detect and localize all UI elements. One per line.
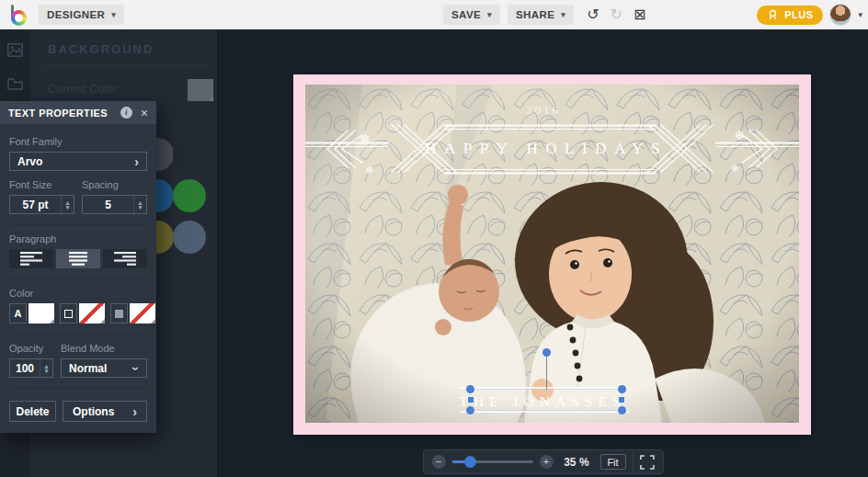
user-avatar[interactable] — [829, 4, 851, 26]
zoombar-divider — [633, 450, 634, 473]
panel-body: Font Family Arvo › Font Size 57 pt ▴ — [0, 124, 156, 433]
save-button[interactable]: SAVE ▾ — [443, 5, 500, 25]
spacing-value: 5 — [83, 199, 133, 211]
resize-handle-bottom-left[interactable] — [466, 406, 474, 415]
zoom-slider-thumb[interactable] — [463, 456, 475, 468]
caret-down-icon: ▾ — [561, 11, 565, 19]
fullscreen-button[interactable] — [640, 455, 655, 470]
resize-handle-top-left[interactable] — [466, 385, 474, 393]
font-size-stepper[interactable]: ▴ ▾ — [61, 196, 74, 213]
palette-color-swatch[interactable] — [173, 138, 206, 171]
font-family-value: Arvo — [17, 155, 42, 168]
font-size-label: Font Size — [9, 179, 74, 190]
designer-app: DESIGNER ▾ SAVE ▾ SHARE ▾ ↺ ↻ ⊠ PLUS — [0, 0, 868, 477]
befunky-logo-icon[interactable] — [7, 3, 31, 27]
share-button[interactable]: SHARE ▾ — [508, 5, 574, 25]
medal-icon — [767, 9, 779, 21]
stepper-down-icon: ▾ — [139, 205, 143, 210]
card-headline-text[interactable]: HAPPY HOLIDAYS — [425, 140, 668, 157]
text-outline-color-control[interactable] — [60, 303, 105, 324]
save-label: SAVE — [451, 9, 481, 20]
panel-title: TEXT PROPERTIES — [8, 108, 120, 119]
undo-icon[interactable]: ↺ — [581, 5, 604, 25]
spacing-stepper[interactable]: ▴ ▾ — [133, 196, 146, 213]
discard-project-icon[interactable]: ⊠ — [628, 5, 651, 25]
share-label: SHARE — [516, 9, 554, 20]
text-properties-panel: TEXT PROPERTIES i × Font Family Arvo › F… — [0, 101, 156, 433]
zoom-percent: 35 % — [559, 456, 593, 469]
palette-color-swatch[interactable] — [173, 179, 206, 212]
text-background-color-control[interactable] — [110, 303, 155, 324]
align-center-icon — [67, 252, 89, 266]
fit-button[interactable]: Fit — [600, 454, 625, 470]
topbar-actions: SAVE ▾ SHARE ▾ ↺ ↻ ⊠ — [443, 5, 651, 25]
snowflake-icon: ❄ — [360, 131, 371, 146]
delete-button[interactable]: Delete — [9, 401, 56, 422]
text-selection-box[interactable] — [470, 389, 622, 411]
color-label: Color — [9, 288, 147, 299]
rotate-handle[interactable] — [542, 348, 551, 357]
card-artwork: ❄ ❄ ❄ ❄ 2016 HAPPY HOLIDAYS THE JONASSES — [305, 85, 799, 423]
options-button[interactable]: Options › — [63, 401, 147, 422]
sidebar-divider — [41, 65, 208, 66]
fill-color-swatch — [29, 303, 54, 324]
redo-icon[interactable]: ↻ — [605, 5, 628, 25]
zoom-out-button[interactable]: − — [431, 455, 445, 469]
align-left-button[interactable] — [9, 249, 53, 268]
resize-handle-top-right[interactable] — [618, 385, 626, 393]
topbar-account: PLUS ▾ — [757, 4, 862, 26]
align-center-button[interactable] — [56, 249, 100, 268]
options-label: Options — [73, 405, 114, 418]
align-left-icon — [20, 252, 42, 266]
resize-handle-mid-left[interactable] — [468, 397, 474, 403]
filled-square-icon — [110, 303, 128, 324]
paragraph-label: Paragraph — [9, 233, 147, 244]
resize-handle-bottom-right[interactable] — [618, 406, 626, 415]
stepper-down-icon: ▾ — [45, 369, 49, 373]
zoom-toolbar: − + 35 % Fit — [422, 449, 663, 474]
topbar: DESIGNER ▾ SAVE ▾ SHARE ▾ ↺ ↻ ⊠ PLUS — [0, 0, 868, 29]
outline-color-none-swatch — [79, 303, 105, 324]
blend-mode-label: Blend Mode — [61, 343, 147, 354]
holiday-card[interactable]: ❄ ❄ ❄ ❄ 2016 HAPPY HOLIDAYS THE JONASSES — [293, 74, 811, 435]
opacity-field[interactable]: 100 ▴ ▾ — [9, 358, 53, 378]
palette-color-swatch[interactable] — [173, 221, 206, 254]
close-icon[interactable]: × — [141, 107, 148, 119]
fullscreen-icon — [640, 455, 655, 470]
designer-menu-label: DESIGNER — [47, 9, 105, 20]
design-canvas[interactable]: ❄ ❄ ❄ ❄ 2016 HAPPY HOLIDAYS THE JONASSES — [218, 29, 868, 477]
rotation-stem — [546, 356, 547, 390]
font-size-field[interactable]: 57 pt ▴ ▾ — [9, 195, 74, 214]
caret-down-icon: ▾ — [487, 11, 492, 19]
delete-label: Delete — [16, 405, 49, 418]
font-family-label: Font Family — [9, 136, 147, 147]
spacing-field[interactable]: 5 ▴ ▾ — [82, 195, 147, 214]
blend-mode-dropdown[interactable]: Normal › — [61, 358, 147, 378]
image-tool-icon[interactable] — [7, 43, 23, 57]
chevron-right-icon: › — [132, 405, 137, 418]
card-year-text[interactable]: 2016 — [526, 103, 561, 117]
current-color-label: Current Color — [48, 83, 117, 96]
resize-handle-mid-right[interactable] — [619, 397, 624, 403]
font-family-dropdown[interactable]: Arvo › — [9, 152, 147, 171]
card-photo[interactable]: ❄ ❄ ❄ ❄ 2016 HAPPY HOLIDAYS THE JONASSES — [305, 85, 799, 423]
opacity-value: 100 — [10, 362, 40, 375]
designer-menu-button[interactable]: DESIGNER ▾ — [39, 5, 124, 25]
align-right-button[interactable] — [103, 249, 147, 268]
caret-down-icon[interactable]: ▾ — [858, 10, 862, 19]
folder-icon[interactable] — [7, 78, 23, 90]
zoom-slider[interactable] — [451, 460, 532, 463]
plus-upgrade-button[interactable]: PLUS — [757, 6, 823, 25]
text-fill-color-control[interactable]: A — [9, 303, 54, 324]
info-icon[interactable]: i — [120, 107, 132, 119]
align-right-icon — [114, 252, 136, 266]
chevron-down-icon: › — [131, 366, 143, 370]
caret-down-icon: ▾ — [111, 11, 116, 19]
fill-letter-icon: A — [9, 303, 27, 324]
background-color-none-swatch — [130, 303, 155, 324]
opacity-stepper[interactable]: ▴ ▾ — [40, 359, 52, 377]
current-color-swatch[interactable] — [188, 79, 213, 101]
outline-square-icon — [60, 303, 77, 324]
background-sidebar: BACKGROUND Current Color TEXT PROPERTIES… — [0, 29, 218, 477]
zoom-in-button[interactable]: + — [539, 455, 553, 469]
